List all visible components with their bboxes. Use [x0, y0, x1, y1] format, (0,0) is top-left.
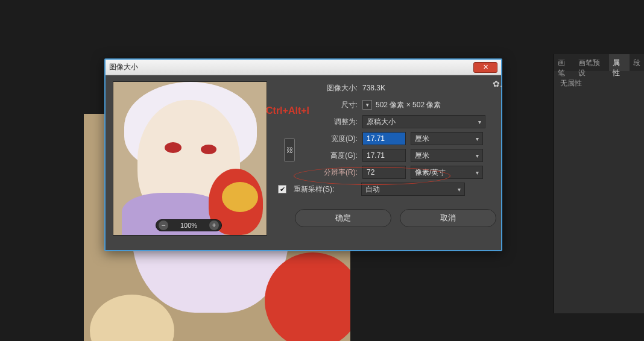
- resolution-label: 分辨率(R):: [295, 167, 362, 178]
- properties-panel-body: 无属性: [554, 71, 644, 96]
- dimensions-value: 502 像素 × 502 像素: [376, 100, 441, 110]
- close-button[interactable]: ✕: [473, 62, 497, 73]
- fields-column: ✿. ⛓ 图像大小: 738.3K 尺寸: ▾ 502 像素 × 502 像素 …: [267, 75, 505, 250]
- tab-paragraph[interactable]: 段: [630, 54, 644, 71]
- preview-column: − 100% +: [106, 75, 267, 250]
- chevron-down-icon: ▾: [478, 119, 481, 125]
- constrain-link-icon[interactable]: ⛓: [284, 138, 295, 162]
- resolution-input[interactable]: 72: [362, 166, 406, 179]
- tab-brush-presets[interactable]: 画笔预设: [575, 54, 609, 71]
- chevron-down-icon: ▾: [476, 169, 479, 176]
- height-input[interactable]: 17.71: [362, 149, 406, 162]
- cancel-button[interactable]: 取消: [400, 209, 496, 227]
- chevron-down-icon: ▾: [458, 186, 461, 193]
- resample-method-select[interactable]: 自动 ▾: [361, 183, 465, 196]
- image-size-dialog: 图像大小 ✕ − 100% + ✿.: [104, 58, 502, 251]
- width-label: 宽度(D):: [295, 134, 362, 144]
- fit-to-select-value: 原稿大小: [367, 117, 396, 127]
- image-preview[interactable]: − 100% +: [113, 81, 267, 236]
- shortcut-annotation: Ctrl+Alt+I: [266, 105, 309, 116]
- zoom-value: 100%: [180, 222, 197, 229]
- zoom-control: − 100% +: [156, 219, 222, 231]
- zoom-in-button[interactable]: +: [209, 221, 219, 230]
- resample-method-value: 自动: [365, 184, 380, 195]
- resample-label: 重新采样(S):: [294, 184, 361, 195]
- tab-brush[interactable]: 画笔: [554, 54, 575, 71]
- close-icon: ✕: [483, 63, 488, 71]
- resolution-unit-select[interactable]: 像素/英寸 ▾: [411, 166, 483, 179]
- width-unit-value: 厘米: [415, 134, 429, 144]
- dimensions-unit-toggle[interactable]: ▾: [362, 100, 372, 110]
- fit-to-label: 调整为:: [295, 117, 362, 127]
- width-input[interactable]: 17.71: [362, 132, 406, 145]
- resolution-unit-value: 像素/英寸: [415, 167, 446, 178]
- resample-checkbox[interactable]: ✔: [278, 185, 286, 193]
- chevron-down-icon: ▾: [476, 152, 479, 159]
- height-unit-value: 厘米: [415, 151, 429, 161]
- dialog-title: 图像大小: [109, 62, 138, 72]
- panel-tab-strip: 画笔 画笔预设 属性 段: [554, 54, 644, 71]
- width-unit-select[interactable]: 厘米 ▾: [411, 132, 483, 145]
- fit-to-select[interactable]: 原稿大小 ▾: [362, 115, 485, 128]
- ok-button[interactable]: 确定: [295, 209, 391, 227]
- dialog-titlebar[interactable]: 图像大小 ✕: [106, 60, 501, 75]
- chevron-down-icon: ▾: [476, 136, 479, 142]
- height-unit-select[interactable]: 厘米 ▾: [411, 149, 483, 162]
- tab-properties[interactable]: 属性: [609, 54, 630, 71]
- zoom-out-button[interactable]: −: [159, 221, 168, 230]
- image-size-value: 738.3K: [362, 84, 385, 92]
- image-size-label: 图像大小:: [295, 83, 362, 93]
- properties-panel: 画笔 画笔预设 属性 段 无属性: [554, 54, 644, 313]
- height-label: 高度(G):: [295, 151, 362, 161]
